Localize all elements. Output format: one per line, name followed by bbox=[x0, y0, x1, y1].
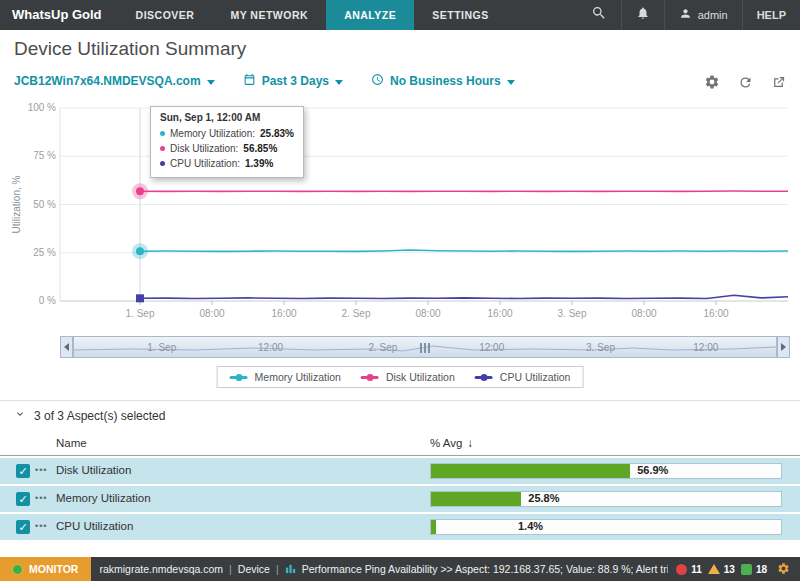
x-tick-label: 16:00 bbox=[487, 308, 512, 319]
status-device[interactable]: rakmigrate.nmdevsqa.com bbox=[99, 563, 223, 575]
y-tick-label: 50 % bbox=[18, 199, 56, 210]
y-tick-label: 25 % bbox=[18, 247, 56, 258]
legend-label: CPU Utilization bbox=[500, 371, 571, 383]
x-tick-label: 16:00 bbox=[703, 308, 728, 319]
column-avg-sort[interactable]: % Avg ↓ bbox=[430, 437, 473, 449]
checkbox-checked[interactable]: ✓ bbox=[16, 520, 30, 534]
y-tick-label: 100 % bbox=[18, 102, 56, 113]
chevron-down-icon bbox=[207, 80, 215, 85]
nav-tab-analyze[interactable]: ANALYZE bbox=[326, 0, 414, 30]
device-selector[interactable]: JCB12Win7x64.NMDEVSQA.com bbox=[14, 74, 215, 88]
avg-bar-track bbox=[430, 519, 782, 535]
disk-utilization-dot-icon bbox=[160, 146, 165, 151]
column-avg-label: % Avg bbox=[430, 437, 462, 449]
x-tick-label: 2. Sep bbox=[342, 308, 371, 319]
sort-desc-icon: ↓ bbox=[467, 437, 473, 449]
nav-tab-my-network[interactable]: MY NETWORK bbox=[212, 0, 326, 30]
help-button[interactable]: HELP bbox=[742, 0, 800, 30]
right-arrow-icon bbox=[781, 343, 786, 351]
legend-marker-icon bbox=[230, 376, 248, 379]
row-menu-icon[interactable]: ••• bbox=[35, 521, 47, 531]
tooltip-series-label: Memory Utilization: bbox=[170, 126, 255, 141]
status-settings-button[interactable] bbox=[775, 562, 800, 577]
left-arrow-icon bbox=[64, 343, 69, 351]
monitor-label: MONITOR bbox=[29, 563, 78, 575]
aspect-row-cpu-utilization[interactable]: ✓•••CPU Utilization1.4% bbox=[0, 514, 800, 540]
time-range-slider: 1. Sep12:002. Sep12:003. Sep12:00 bbox=[60, 336, 790, 358]
user-name: admin bbox=[698, 9, 728, 21]
checkbox-checked[interactable]: ✓ bbox=[16, 464, 30, 478]
aspect-row-memory-utilization[interactable]: ✓•••Memory Utilization25.8% bbox=[0, 486, 800, 512]
chevron-down-icon bbox=[335, 80, 343, 85]
search-button[interactable] bbox=[577, 0, 621, 30]
aspect-row-disk-utilization[interactable]: ✓•••Disk Utilization56.9% bbox=[0, 458, 800, 484]
aspect-name: Memory Utilization bbox=[56, 492, 151, 504]
user-menu[interactable]: admin bbox=[664, 0, 742, 30]
slider-tick-label: 12:00 bbox=[479, 342, 504, 353]
slider-left-arrow[interactable] bbox=[60, 336, 73, 358]
cpu-utilization-dot-icon bbox=[160, 161, 165, 166]
alert-badge-ok[interactable]: 18 bbox=[741, 564, 767, 575]
aspects-table-header: Name % Avg ↓ bbox=[0, 434, 800, 456]
avg-bar-track bbox=[430, 491, 782, 507]
slider-tick-label: 1. Sep bbox=[147, 342, 176, 353]
avg-bar-fill bbox=[431, 464, 630, 478]
date-range-label: Past 3 Days bbox=[262, 74, 329, 88]
notifications-button[interactable] bbox=[621, 0, 664, 30]
person-icon bbox=[679, 6, 692, 24]
slider-right-arrow[interactable] bbox=[777, 336, 790, 358]
slider-tick-label: 3. Sep bbox=[586, 342, 615, 353]
page-title: Device Utilization Summary bbox=[14, 38, 246, 60]
business-hours-selector[interactable]: No Business Hours bbox=[371, 73, 515, 89]
refresh-icon[interactable] bbox=[738, 75, 753, 94]
x-tick-label: 08:00 bbox=[631, 308, 656, 319]
alert-count: 11 bbox=[691, 564, 702, 575]
export-icon[interactable] bbox=[771, 75, 786, 94]
clock-icon bbox=[371, 73, 384, 89]
whatsup-gold-app: WhatsUp Gold DISCOVERMY NETWORKANALYZESE… bbox=[0, 0, 800, 581]
nav-tab-discover[interactable]: DISCOVER bbox=[118, 0, 213, 30]
tooltip-series-value: 56.85% bbox=[243, 141, 277, 156]
x-tick-label: 1. Sep bbox=[126, 308, 155, 319]
aspect-name: Disk Utilization bbox=[56, 464, 131, 476]
row-menu-icon[interactable]: ••• bbox=[35, 465, 47, 475]
alert-badges: 111318 bbox=[668, 564, 775, 575]
slider-band[interactable]: 1. Sep12:002. Sep12:003. Sep12:00 bbox=[73, 336, 777, 358]
legend-item-memory-utilization[interactable]: Memory Utilization bbox=[230, 371, 341, 383]
avg-bar-fill bbox=[431, 492, 521, 506]
help-label: HELP bbox=[757, 9, 786, 21]
date-range-selector[interactable]: Past 3 Days bbox=[243, 73, 343, 89]
device-selector-label: JCB12Win7x64.NMDEVSQA.com bbox=[14, 74, 201, 88]
row-menu-icon[interactable]: ••• bbox=[35, 493, 47, 503]
nav-tab-settings[interactable]: SETTINGS bbox=[414, 0, 507, 30]
status-bar: MONITOR rakmigrate.nmdevsqa.com | Device… bbox=[0, 557, 800, 581]
alert-badge-warning[interactable]: 13 bbox=[708, 564, 735, 575]
memory-utilization-dot-icon bbox=[160, 131, 165, 136]
ok-icon bbox=[741, 564, 752, 575]
section-divider bbox=[0, 400, 800, 401]
aspects-toggle[interactable]: 3 of 3 Aspect(s) selected bbox=[14, 408, 165, 423]
alert-count: 13 bbox=[724, 564, 735, 575]
utilization-chart: Utilization, % 100 %75 %50 %25 %0 % 1. S… bbox=[0, 98, 800, 333]
slider-tick-label: 12:00 bbox=[258, 342, 283, 353]
x-tick-label: 3. Sep bbox=[558, 308, 587, 319]
brand-logo: WhatsUp Gold bbox=[0, 0, 118, 30]
nav-tabs: DISCOVERMY NETWORKANALYZESETTINGS bbox=[118, 0, 507, 30]
legend-dot-icon bbox=[367, 374, 374, 381]
column-name: Name bbox=[56, 437, 87, 449]
tooltip-row: Memory Utilization: 25.83% bbox=[160, 126, 294, 141]
chart-legend: Memory UtilizationDisk UtilizationCPU Ut… bbox=[217, 366, 584, 388]
tooltip-series-label: Disk Utilization: bbox=[170, 141, 238, 156]
performance-monitor-icon bbox=[285, 563, 296, 576]
chevron-down-icon bbox=[14, 408, 26, 423]
warning-icon bbox=[708, 564, 720, 574]
alert-badge-critical[interactable]: 11 bbox=[676, 564, 702, 575]
settings-gear-icon[interactable] bbox=[704, 74, 720, 94]
chart-canvas[interactable] bbox=[0, 98, 800, 333]
legend-item-disk-utilization[interactable]: Disk Utilization bbox=[361, 371, 455, 383]
monitor-badge[interactable]: MONITOR bbox=[0, 557, 91, 581]
legend-item-cpu-utilization[interactable]: CPU Utilization bbox=[475, 371, 571, 383]
avg-value: 25.8% bbox=[528, 492, 559, 504]
slider-grip[interactable] bbox=[420, 343, 430, 353]
checkbox-checked[interactable]: ✓ bbox=[16, 492, 30, 506]
